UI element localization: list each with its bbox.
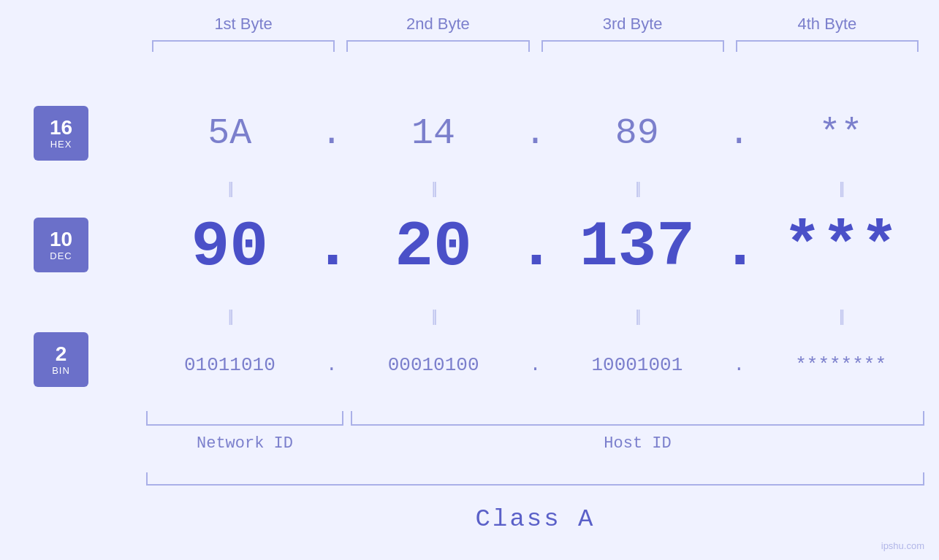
hex-byte-2: 14 <box>350 112 517 154</box>
dec-dot-1: . <box>313 211 350 283</box>
byte-header-1: 1st Byte <box>146 15 341 34</box>
eq1-byte-2: || <box>350 179 517 198</box>
main-layout: 1st Byte 2nd Byte 3rd Byte 4th Byte 16 H… <box>0 0 939 560</box>
top-bracket-2 <box>346 40 529 52</box>
dec-dot-2: . <box>517 211 554 283</box>
badge-bin-label: BIN <box>52 365 70 376</box>
eq1-byte-4: || <box>757 179 924 198</box>
top-brackets <box>146 40 924 53</box>
badge-hex: 16 HEX <box>34 106 88 161</box>
eq2-byte-1: || <box>146 307 313 326</box>
hex-byte-3: 89 <box>554 112 721 154</box>
eq1-byte-1: || <box>146 179 313 198</box>
badge-dec: 10 DEC <box>34 218 88 272</box>
hex-byte-4: ** <box>757 112 924 154</box>
equals-row-2: || || || || <box>146 303 924 329</box>
hex-dot-2: . <box>517 112 554 154</box>
bracket-gap <box>343 411 351 427</box>
eq2-byte-4: || <box>757 307 924 326</box>
badge-dec-number: 10 <box>50 229 72 251</box>
eq1-byte-3: || <box>554 179 721 198</box>
top-bracket-3 <box>541 40 724 52</box>
byte-header-3: 3rd Byte <box>536 15 730 34</box>
badge-hex-label: HEX <box>50 139 72 150</box>
eq2-byte-3: || <box>554 307 721 326</box>
top-bracket-1 <box>152 40 335 52</box>
hex-byte-1: 5A <box>146 112 313 154</box>
badge-bin: 2 BIN <box>34 332 88 387</box>
bin-dot-1: . <box>313 354 350 376</box>
hex-dot-1: . <box>313 112 350 154</box>
dec-byte-1: 90 <box>146 211 313 283</box>
badge-bin-number: 2 <box>56 343 67 366</box>
network-id-label: Network ID <box>146 434 343 453</box>
bottom-brackets <box>146 411 924 427</box>
hex-dot-3: . <box>721 112 757 154</box>
hex-row: 5A . 14 . 89 . ** <box>146 106 924 161</box>
bin-byte-2: 00010100 <box>350 354 517 376</box>
class-label: Class A <box>146 505 924 533</box>
equals-row-1: || || || || <box>146 175 924 201</box>
byte-headers-row: 1st Byte 2nd Byte 3rd Byte 4th Byte <box>146 15 924 34</box>
bin-dot-3: . <box>721 354 757 376</box>
byte-header-4: 4th Byte <box>730 15 924 34</box>
eq2-byte-2: || <box>350 307 517 326</box>
host-id-label: Host ID <box>351 434 924 453</box>
bin-dot-2: . <box>517 354 554 376</box>
host-bracket <box>351 411 924 426</box>
watermark: ipshu.com <box>881 540 924 551</box>
dec-row: 90 . 20 . 137 . *** <box>146 210 924 283</box>
badge-dec-label: DEC <box>50 250 72 261</box>
byte-header-2: 2nd Byte <box>341 15 535 34</box>
badge-hex-number: 16 <box>50 117 72 139</box>
bin-byte-1: 01011010 <box>146 354 313 376</box>
dec-byte-3: 137 <box>554 211 721 283</box>
dec-byte-4: *** <box>757 211 924 283</box>
wide-bracket <box>146 472 924 486</box>
bin-byte-4: ******** <box>757 354 924 376</box>
label-gap <box>343 434 351 453</box>
bin-row: 01011010 . 00010100 . 10001001 . *******… <box>146 337 924 392</box>
top-bracket-4 <box>736 40 919 52</box>
dec-dot-3: . <box>721 211 757 283</box>
network-bracket <box>146 411 343 426</box>
bin-byte-3: 10001001 <box>554 354 721 376</box>
bottom-labels: Network ID Host ID <box>146 434 924 453</box>
dec-byte-2: 20 <box>350 211 517 283</box>
